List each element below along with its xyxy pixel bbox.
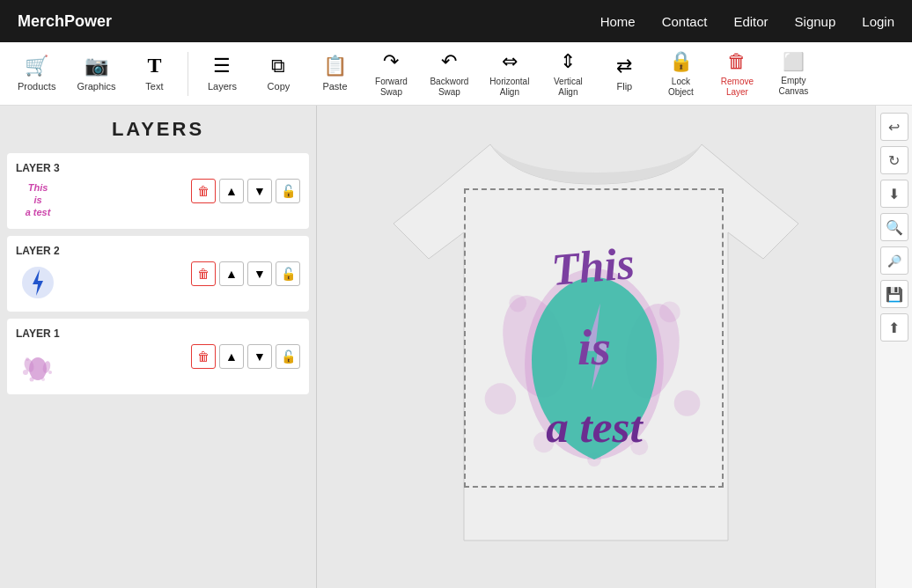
download-btn[interactable]: ⬇ <box>880 180 908 208</box>
flip-label: Flip <box>617 81 633 92</box>
forward-swap-label: ForwardSwap <box>375 77 408 98</box>
save-btn[interactable]: 💾 <box>880 280 908 308</box>
nav-login[interactable]: Login <box>862 14 894 29</box>
zoom-out-btn[interactable]: 🔎 <box>880 246 908 275</box>
nav-signup[interactable]: Signup <box>795 14 836 29</box>
lock-object-label: LockObject <box>668 77 694 98</box>
layer-item-2: LAYER 2 🗑 ▲ ▼ 🔓 <box>7 236 309 312</box>
copy-icon: ⧉ <box>271 55 285 77</box>
toolbar-products[interactable]: 🛒 Products <box>9 49 64 98</box>
remove-layer-icon: 🗑 <box>727 50 747 73</box>
text-icon: T <box>147 54 161 77</box>
layer3-thumb-text: Thisisa test <box>26 181 51 219</box>
design-svg: This is a test <box>466 188 722 488</box>
tshirt-container: This is a test <box>385 118 807 576</box>
layers-title: LAYERS <box>0 106 316 150</box>
layer2-lightning-svg <box>20 265 55 300</box>
toolbar-graphics[interactable]: 📷 Graphics <box>68 49 124 98</box>
svg-text:This: This <box>549 238 636 295</box>
flip-icon: ⇄ <box>616 55 632 77</box>
lock-icon: 🔒 <box>669 50 693 73</box>
layer1-thumbnail <box>16 343 60 387</box>
layer3-label: LAYER 3 <box>16 162 60 174</box>
svg-point-9 <box>26 357 29 361</box>
camera-icon: 📷 <box>85 55 108 77</box>
design-canvas[interactable]: This is a test <box>464 188 724 488</box>
layer3-thumbnail: Thisisa test <box>16 178 60 222</box>
layers-label: Layers <box>208 81 237 92</box>
layer1-lock-btn[interactable]: 🔓 <box>276 344 300 369</box>
top-navigation: MerchPower Home Contact Editor Signup Lo… <box>0 0 912 42</box>
copy-label: Copy <box>268 81 291 92</box>
toolbar-paste[interactable]: 📋 Paste <box>308 49 361 98</box>
svg-point-5 <box>23 370 28 375</box>
design-content: This is a test <box>466 190 722 486</box>
layer1-up-btn[interactable]: ▲ <box>219 344 244 369</box>
layer2-delete-btn[interactable]: 🗑 <box>191 261 216 286</box>
text-label: Text <box>145 81 163 92</box>
layer1-splatter-svg <box>18 346 57 385</box>
toolbar-copy[interactable]: ⧉ Copy <box>252 49 305 98</box>
layer2-up-btn[interactable]: ▲ <box>219 261 244 286</box>
layer2-down-btn[interactable]: ▼ <box>247 261 272 286</box>
svg-point-16 <box>659 302 680 323</box>
layer1-label: LAYER 1 <box>16 327 60 340</box>
toolbar-backward-swap[interactable]: ↶ BackwordSwap <box>421 45 477 103</box>
layer3-lock-btn[interactable]: 🔓 <box>276 179 300 203</box>
upload-btn[interactable]: ⬆ <box>880 313 908 342</box>
layer-item-3: LAYER 3 Thisisa test 🗑 ▲ ▼ 🔓 <box>7 153 309 229</box>
toolbar-horizontal-align[interactable]: ⇔ HorizontalAlign <box>481 45 538 103</box>
backward-swap-icon: ↶ <box>441 50 457 73</box>
toolbar-forward-swap[interactable]: ↷ ForwardSwap <box>364 45 417 103</box>
zoom-in-btn[interactable]: 🔍 <box>880 213 908 241</box>
layer3-delete-btn[interactable]: 🗑 <box>191 179 216 203</box>
empty-canvas-label: EmptyCanvas <box>778 76 808 97</box>
toolbar-remove-layer[interactable]: 🗑 RemoveLayer <box>710 45 763 103</box>
layer1-down-btn[interactable]: ▼ <box>247 344 272 369</box>
toolbar-vertical-align[interactable]: ⇕ VerticalAlign <box>541 45 594 103</box>
toolbar-empty-canvas[interactable]: ⬜ EmptyCanvas <box>767 46 820 102</box>
nav-contact[interactable]: Contact <box>662 14 708 29</box>
toolbar-layers[interactable]: ☰ Layers <box>195 49 248 98</box>
toolbar-lock-object[interactable]: 🔒 LockObject <box>654 45 707 103</box>
brand-logo: MerchPower <box>18 12 112 31</box>
toolbar-text[interactable]: T Text <box>128 48 180 98</box>
paste-label: Paste <box>322 81 347 92</box>
remove-layer-label: RemoveLayer <box>721 77 754 98</box>
layer2-label: LAYER 2 <box>16 245 60 257</box>
products-label: Products <box>18 81 55 92</box>
canvas-area[interactable]: This is a test <box>317 106 875 588</box>
layer2-lock-btn[interactable]: 🔓 <box>276 261 300 286</box>
svg-point-15 <box>509 295 526 312</box>
nav-links: Home Contact Editor Signup Login <box>600 14 894 29</box>
cart-icon: 🛒 <box>25 55 48 77</box>
toolbar-flip[interactable]: ⇄ Flip <box>598 49 651 98</box>
layer2-thumbnail <box>16 261 60 305</box>
redo-btn[interactable]: ↻ <box>880 146 908 174</box>
svg-text:is: is <box>577 320 611 375</box>
svg-point-8 <box>41 378 45 381</box>
layers-sidebar: LAYERS LAYER 3 Thisisa test 🗑 ▲ ▼ 🔓 <box>0 106 317 588</box>
nav-home[interactable]: Home <box>600 14 636 29</box>
main-layout: LAYERS LAYER 3 Thisisa test 🗑 ▲ ▼ 🔓 <box>0 106 912 588</box>
layer3-up-btn[interactable]: ▲ <box>219 179 244 203</box>
svg-point-13 <box>485 383 517 415</box>
undo-btn[interactable]: ↩ <box>880 113 908 141</box>
graphics-label: Graphics <box>77 81 115 92</box>
svg-text:a test: a test <box>546 401 644 452</box>
layer1-controls: 🗑 ▲ ▼ 🔓 <box>191 344 300 369</box>
forward-swap-icon: ↷ <box>383 50 399 73</box>
vertical-align-label: VerticalAlign <box>554 77 583 98</box>
layer1-delete-btn[interactable]: 🗑 <box>191 344 216 369</box>
main-toolbar: 🛒 Products 📷 Graphics T Text ☰ Layers ⧉ … <box>0 42 912 106</box>
vertical-align-icon: ⇕ <box>560 50 576 73</box>
nav-editor[interactable]: Editor <box>733 14 768 29</box>
horizontal-align-label: HorizontalAlign <box>489 77 529 98</box>
layer3-down-btn[interactable]: ▼ <box>247 179 272 203</box>
toolbar-separator-1 <box>188 52 188 96</box>
backward-swap-label: BackwordSwap <box>430 77 468 98</box>
paste-icon: 📋 <box>323 55 347 77</box>
horizontal-align-icon: ⇔ <box>502 50 518 73</box>
layer3-controls: 🗑 ▲ ▼ 🔓 <box>191 179 300 203</box>
layers-icon: ☰ <box>213 55 231 77</box>
